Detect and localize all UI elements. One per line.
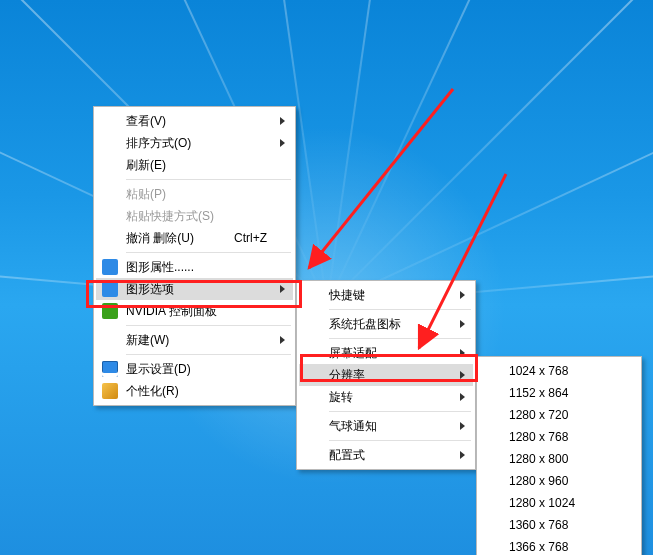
menu-label: 刷新(E) xyxy=(126,157,166,174)
menu-label: 新建(W) xyxy=(126,332,169,349)
menu-label: 气球通知 xyxy=(329,418,377,435)
menu-label: 屏幕适配 xyxy=(329,345,377,362)
resolution-option[interactable]: 1280 x 960 xyxy=(479,470,639,492)
menu-label: 排序方式(O) xyxy=(126,135,191,152)
menu-label: NVIDIA 控制面板 xyxy=(126,303,217,320)
menu-item-nvidia-panel[interactable]: NVIDIA 控制面板 xyxy=(96,300,293,322)
menu-item-screen-fit[interactable]: 屏幕适配 xyxy=(299,342,473,364)
menu-label: 1280 x 720 xyxy=(509,408,568,422)
menu-item-undo-delete[interactable]: 撤消 删除(U) Ctrl+Z xyxy=(96,227,293,249)
menu-separator xyxy=(126,252,291,253)
menu-separator xyxy=(329,411,471,412)
menu-label: 1280 x 1024 xyxy=(509,496,575,510)
submenu-arrow-icon xyxy=(460,451,465,459)
menu-item-tray-icon[interactable]: 系统托盘图标 xyxy=(299,313,473,335)
menu-item-view[interactable]: 查看(V) xyxy=(96,110,293,132)
menu-item-rotation[interactable]: 旋转 xyxy=(299,386,473,408)
menu-separator xyxy=(329,440,471,441)
resolution-option[interactable]: 1152 x 864 xyxy=(479,382,639,404)
menu-item-paste: 粘贴(P) xyxy=(96,183,293,205)
monitor-icon xyxy=(102,361,118,377)
resolution-option[interactable]: 1366 x 768 xyxy=(479,536,639,555)
submenu-graphics-options: 快捷键 系统托盘图标 屏幕适配 分辨率 旋转 气球通知 配置式 xyxy=(296,280,476,470)
menu-item-new[interactable]: 新建(W) xyxy=(96,329,293,351)
menu-item-sort[interactable]: 排序方式(O) xyxy=(96,132,293,154)
menu-shortcut: Ctrl+Z xyxy=(234,231,267,245)
menu-separator xyxy=(329,309,471,310)
menu-item-display-settings[interactable]: 显示设置(D) xyxy=(96,358,293,380)
nvidia-icon xyxy=(102,303,118,319)
menu-label: 图形属性...... xyxy=(126,259,194,276)
resolution-option[interactable]: 1024 x 768 xyxy=(479,360,639,382)
menu-label: 快捷键 xyxy=(329,287,365,304)
menu-item-refresh[interactable]: 刷新(E) xyxy=(96,154,293,176)
menu-item-graphics-options[interactable]: 图形选项 xyxy=(96,278,293,300)
submenu-arrow-icon xyxy=(460,393,465,401)
menu-label: 系统托盘图标 xyxy=(329,316,401,333)
menu-label: 个性化(R) xyxy=(126,383,179,400)
resolution-option[interactable]: 1280 x 1024 xyxy=(479,492,639,514)
submenu-arrow-icon xyxy=(460,422,465,430)
menu-separator xyxy=(126,354,291,355)
desktop-background: 查看(V) 排序方式(O) 刷新(E) 粘贴(P) 粘贴快捷方式(S) 撤消 删… xyxy=(0,0,653,555)
resolution-option[interactable]: 1360 x 768 xyxy=(479,514,639,536)
menu-label: 1280 x 768 xyxy=(509,430,568,444)
menu-item-paste-shortcut: 粘贴快捷方式(S) xyxy=(96,205,293,227)
menu-label: 旋转 xyxy=(329,389,353,406)
menu-separator xyxy=(329,338,471,339)
personalize-icon xyxy=(102,383,118,399)
submenu-arrow-icon xyxy=(280,139,285,147)
menu-item-hotkeys[interactable]: 快捷键 xyxy=(299,284,473,306)
intel-graphics-icon xyxy=(102,259,118,275)
menu-item-personalize[interactable]: 个性化(R) xyxy=(96,380,293,402)
menu-item-resolution[interactable]: 分辨率 xyxy=(299,364,473,386)
svg-line-0 xyxy=(309,89,453,268)
menu-label: 1280 x 960 xyxy=(509,474,568,488)
menu-label: 配置式 xyxy=(329,447,365,464)
menu-separator xyxy=(126,325,291,326)
menu-label: 图形选项 xyxy=(126,281,174,298)
menu-label: 1360 x 768 xyxy=(509,518,568,532)
submenu-arrow-icon xyxy=(280,117,285,125)
menu-label: 查看(V) xyxy=(126,113,166,130)
submenu-arrow-icon xyxy=(460,349,465,357)
context-menu-desktop: 查看(V) 排序方式(O) 刷新(E) 粘贴(P) 粘贴快捷方式(S) 撤消 删… xyxy=(93,106,296,406)
resolution-option[interactable]: 1280 x 768 xyxy=(479,426,639,448)
menu-item-profile[interactable]: 配置式 xyxy=(299,444,473,466)
submenu-arrow-icon xyxy=(460,291,465,299)
menu-label: 分辨率 xyxy=(329,367,365,384)
intel-graphics-icon xyxy=(102,281,118,297)
resolution-option[interactable]: 1280 x 800 xyxy=(479,448,639,470)
submenu-arrow-icon xyxy=(460,371,465,379)
resolution-option[interactable]: 1280 x 720 xyxy=(479,404,639,426)
menu-label: 1366 x 768 xyxy=(509,540,568,554)
menu-label: 撤消 删除(U) xyxy=(126,230,194,247)
menu-label: 粘贴快捷方式(S) xyxy=(126,208,214,225)
menu-label: 1024 x 768 xyxy=(509,364,568,378)
menu-label: 1280 x 800 xyxy=(509,452,568,466)
submenu-arrow-icon xyxy=(280,285,285,293)
submenu-resolution: 1024 x 768 1152 x 864 1280 x 720 1280 x … xyxy=(476,356,642,555)
menu-item-balloon-notify[interactable]: 气球通知 xyxy=(299,415,473,437)
menu-separator xyxy=(126,179,291,180)
menu-item-graphics-properties[interactable]: 图形属性...... xyxy=(96,256,293,278)
submenu-arrow-icon xyxy=(280,336,285,344)
menu-label: 粘贴(P) xyxy=(126,186,166,203)
menu-label: 显示设置(D) xyxy=(126,361,191,378)
menu-label: 1152 x 864 xyxy=(509,386,568,400)
submenu-arrow-icon xyxy=(460,320,465,328)
